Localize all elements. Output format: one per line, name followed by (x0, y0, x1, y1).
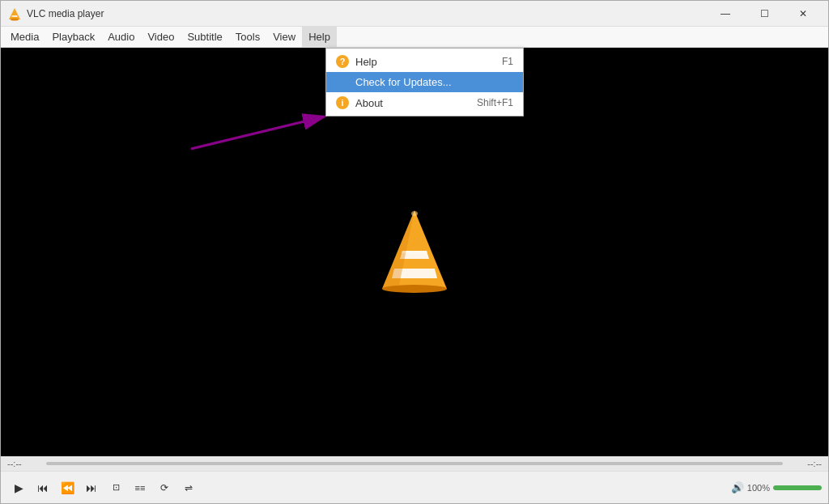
volume-label: 100% (747, 483, 770, 493)
menu-playback[interactable]: Playback (45, 27, 101, 47)
time-elapsed: --:-- (7, 459, 40, 468)
menu-item-about[interactable]: i About Shift+F1 (326, 92, 523, 113)
extended-settings-button[interactable]: ≡≡ (129, 476, 151, 499)
menu-help[interactable]: Help (302, 27, 337, 47)
menu-audio[interactable]: Audio (101, 27, 141, 47)
menubar: Media Playback Audio Video Subtitle Tool… (1, 27, 828, 48)
question-icon: ? (336, 55, 349, 68)
minimize-button[interactable]: — (707, 1, 744, 27)
info-icon: i (336, 96, 349, 109)
help-label: Help (355, 56, 377, 68)
close-button[interactable]: ✕ (784, 1, 822, 27)
check-updates-label: Check for Updates... (355, 76, 452, 88)
help-dropdown: ? Help F1 Check for Updates... i About S… (325, 48, 524, 116)
svg-marker-12 (402, 251, 427, 253)
back-button[interactable]: ⏪ (56, 476, 79, 499)
help-shortcut: F1 (502, 56, 513, 67)
app-icon (7, 6, 22, 21)
menu-item-check-updates[interactable]: Check for Updates... (326, 72, 523, 92)
menu-subtitle[interactable]: Subtitle (181, 27, 228, 47)
menu-tools[interactable]: Tools (229, 27, 266, 47)
maximize-button[interactable]: ☐ (746, 1, 783, 27)
volume-icon: 🔊 (731, 481, 744, 493)
svg-marker-0 (9, 8, 20, 19)
random-button[interactable]: ⇌ (177, 476, 200, 499)
frame-mode-button[interactable]: ⊡ (104, 476, 127, 499)
svg-point-11 (382, 285, 447, 293)
window-title: VLC media player (27, 8, 707, 19)
svg-point-2 (11, 18, 19, 20)
play-button[interactable]: ▶ (7, 476, 30, 499)
about-shortcut: Shift+F1 (477, 97, 513, 108)
seekbar-track[interactable] (46, 462, 783, 465)
vlc-window: VLC media player — ☐ ✕ Media Playback Au… (0, 0, 829, 504)
volume-area: 🔊 100% (731, 481, 822, 493)
controls-bar: ▶ ⏮ ⏪ ⏭ ⊡ ≡≡ ⟳ ⇌ 🔊 100% (1, 471, 828, 503)
svg-point-10 (411, 211, 418, 216)
loop-button[interactable]: ⟳ (153, 476, 176, 499)
prev-button[interactable]: ⏮ (32, 476, 54, 499)
about-label: About (355, 97, 383, 109)
time-total: --:-- (789, 459, 822, 468)
next-button[interactable]: ⏭ (80, 476, 103, 499)
menu-item-help[interactable]: ? Help F1 (326, 51, 523, 72)
window-controls: — ☐ ✕ (707, 1, 822, 27)
menu-media[interactable]: Media (4, 27, 45, 47)
arrow-annotation (183, 108, 337, 157)
menu-view[interactable]: View (266, 27, 302, 47)
vlc-cone (370, 204, 459, 301)
svg-line-4 (191, 116, 325, 149)
menu-video[interactable]: Video (141, 27, 181, 47)
svg-rect-1 (12, 15, 18, 17)
titlebar: VLC media player — ☐ ✕ (1, 1, 828, 27)
volume-fill (773, 485, 822, 490)
seekbar-area: --:-- --:-- (1, 456, 828, 471)
volume-bar[interactable] (773, 485, 822, 490)
